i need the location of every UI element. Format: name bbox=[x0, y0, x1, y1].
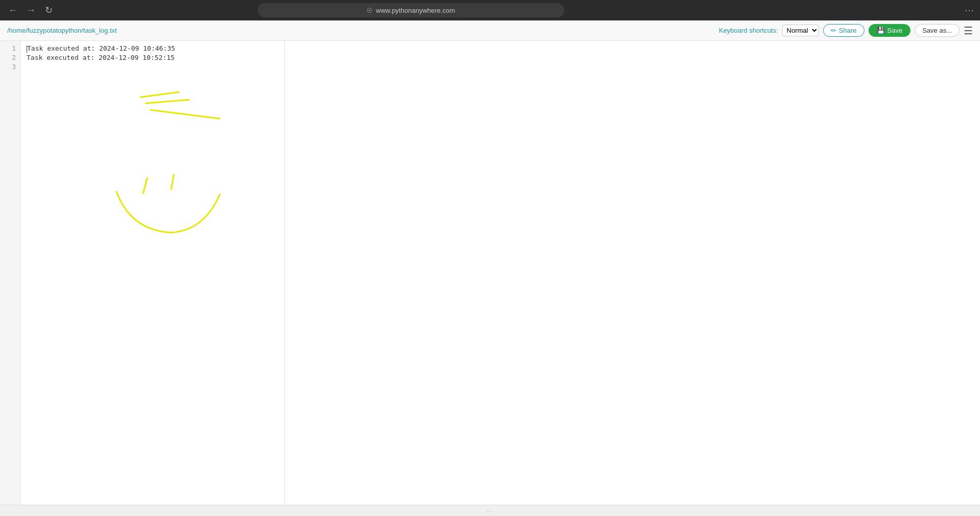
svg-line-3 bbox=[143, 178, 147, 193]
browser-menu-button[interactable]: ⋯ bbox=[965, 5, 974, 16]
svg-line-0 bbox=[141, 92, 179, 97]
line-number-1: 1 bbox=[0, 44, 16, 53]
svg-line-1 bbox=[146, 100, 189, 103]
editor-toolbar: /home/fuzzypotatopython/task_log.txt Key… bbox=[0, 20, 980, 41]
svg-line-4 bbox=[171, 175, 174, 189]
editor-content[interactable]: Task executed at: 2024-12-09 10:46:35 Ta… bbox=[20, 41, 980, 516]
code-line-3 bbox=[27, 62, 974, 72]
shield-icon: ☉ bbox=[367, 7, 373, 14]
line-numbers: 1 2 3 bbox=[0, 41, 20, 516]
hamburger-menu-button[interactable]: ☰ bbox=[964, 25, 973, 37]
mode-select[interactable]: Normal bbox=[782, 25, 819, 36]
editor-area: 1 2 3 Task executed at: 2024-12-09 10:46… bbox=[0, 41, 980, 516]
code-line-2: Task executed at: 2024-12-09 10:52:15 bbox=[27, 53, 974, 62]
code-line-1: Task executed at: 2024-12-09 10:46:35 bbox=[27, 44, 974, 53]
line-number-3: 3 bbox=[0, 62, 16, 72]
toolbar-right: Keyboard shortcuts: Normal ✏ Share 💾 Sav… bbox=[719, 24, 973, 37]
breadcrumb[interactable]: /home/fuzzypotatopython/task_log.txt bbox=[7, 27, 117, 34]
save-as-button[interactable]: Save as... bbox=[915, 24, 960, 37]
status-dots: ··· bbox=[486, 508, 494, 514]
keyboard-shortcuts-label[interactable]: Keyboard shortcuts: bbox=[719, 27, 778, 34]
forward-button[interactable]: → bbox=[25, 4, 38, 17]
reload-button[interactable]: ↻ bbox=[43, 4, 55, 17]
line-number-2: 2 bbox=[0, 53, 16, 62]
vertical-divider bbox=[284, 41, 285, 516]
share-button[interactable]: ✏ Share bbox=[823, 24, 864, 37]
save-icon: 💾 bbox=[877, 27, 885, 34]
browser-chrome: ← → ↻ ☉ www.pythonanywhere.com ⋯ bbox=[0, 0, 980, 20]
pencil-icon: ✏ bbox=[831, 27, 836, 34]
svg-line-2 bbox=[151, 110, 220, 119]
status-bar: ··· bbox=[0, 505, 980, 516]
save-button[interactable]: 💾 Save bbox=[869, 24, 911, 37]
drawing-overlay bbox=[20, 41, 307, 424]
address-bar[interactable]: ☉ www.pythonanywhere.com bbox=[258, 3, 564, 17]
back-button[interactable]: ← bbox=[6, 4, 19, 17]
url-display: www.pythonanywhere.com bbox=[376, 7, 455, 14]
